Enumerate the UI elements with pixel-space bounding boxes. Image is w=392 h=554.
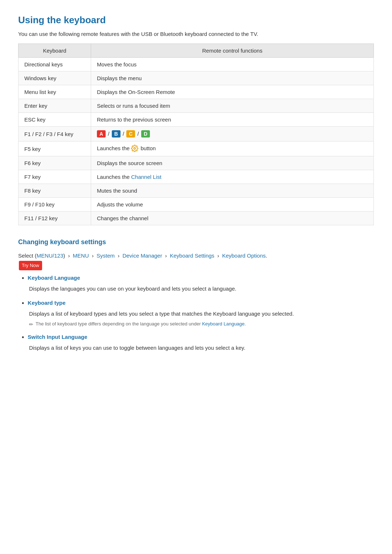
table-cell-key: F11 / F12 key [19,212,91,225]
settings-list-item: Switch Input LanguageDisplays a list of … [22,334,374,352]
breadcrumb-prefix: Select ( [18,253,37,259]
table-row: Enter keySelects or runs a focused item [19,99,374,113]
setting-desc: Displays a list of keyboard types and le… [29,309,374,318]
note-pencil-icon: ✏ [29,321,33,327]
table-cell-function: Launches the button [91,141,374,156]
table-row: F9 / F10 keyAdjusts the volume [19,198,374,212]
table-row: Directional keysMoves the focus [19,58,374,71]
table-cell-key: F8 key [19,184,91,198]
table-cell-function: Selects or runs a focused item [91,99,374,113]
breadcrumb-device-manager: Device Manager [122,253,162,259]
table-cell-function: Displays the menu [91,71,374,85]
settings-list: Keyboard LanguageDisplays the languages … [18,275,374,352]
setting-note: ✏ The list of keyboard type differs depe… [29,321,374,327]
table-row: F11 / F12 keyChanges the channel [19,212,374,225]
table-cell-function: Moves the focus [91,58,374,71]
btn-a: A [97,130,106,138]
note-text: The list of keyboard type differs depend… [36,321,246,327]
breadcrumb-system: System [97,253,115,259]
setting-desc: Displays the languages you can use on yo… [29,284,374,293]
breadcrumb-keyboard-options: Keyboard Options [222,253,266,259]
section2-title: Changing keyboard settings [18,238,374,246]
setting-desc: Displays a list of keys you can use to t… [29,344,374,352]
setting-title: Keyboard Language [28,275,80,281]
table-row: Menu list keyDisplays the On-Screen Remo… [19,85,374,99]
table-cell-key: Windows key [19,71,91,85]
keyboard-table: Keyboard Remote control functions Direct… [18,44,374,225]
svg-point-0 [134,148,136,149]
breadcrumb-menu123: MENU/123 [37,253,63,259]
table-cell-function: Returns to the previous screen [91,113,374,127]
table-cell-function: Mutes the sound [91,184,374,198]
table-col1-header: Keyboard [19,44,91,58]
table-row: ESC keyReturns to the previous screen [19,113,374,127]
table-row: F1 / F2 / F3 / F4 key A / B / C / D [19,127,374,141]
table-cell-function: Launches the Channel List [91,170,374,184]
table-cell-key: ESC key [19,113,91,127]
table-row: F6 keyDisplays the source screen [19,156,374,170]
table-cell-function: A / B / C / D [91,127,374,141]
breadcrumb-menu: MENU [73,253,89,259]
breadcrumb-period: . [266,253,267,259]
table-cell-function: Displays the source screen [91,156,374,170]
table-cell-function: Displays the On-Screen Remote [91,85,374,99]
table-cell-key: Menu list key [19,85,91,99]
table-cell-key: F1 / F2 / F3 / F4 key [19,127,91,141]
table-row: F5 keyLaunches the button [19,141,374,156]
table-cell-function: Changes the channel [91,212,374,225]
settings-list-item: Keyboard LanguageDisplays the languages … [22,275,374,293]
breadcrumb: Select (MENU/123) › MENU › System › Devi… [18,251,374,270]
page-title: Using the keyboard [18,15,374,26]
table-row: F7 keyLaunches the Channel List [19,170,374,184]
table-cell-key: F5 key [19,141,91,156]
table-cell-key: F6 key [19,156,91,170]
gear-icon [131,145,138,152]
table-col2-header: Remote control functions [91,44,374,58]
table-cell-key: F7 key [19,170,91,184]
settings-list-item: Keyboard typeDisplays a list of keyboard… [22,300,374,327]
setting-title: Keyboard type [28,300,65,306]
table-cell-function: Adjusts the volume [91,198,374,212]
btn-b: B [112,130,121,138]
note-link: Keyboard Language [202,321,245,327]
table-cell-key: F9 / F10 key [19,198,91,212]
table-row: Windows keyDisplays the menu [19,71,374,85]
btn-d: D [141,130,150,138]
table-cell-key: Enter key [19,99,91,113]
btn-c: C [126,130,135,138]
setting-title: Switch Input Language [28,334,87,340]
channel-list-link[interactable]: Channel List [131,174,161,180]
table-row: F8 keyMutes the sound [19,184,374,198]
intro-text: You can use the following remote feature… [18,31,374,37]
breadcrumb-keyboard-settings: Keyboard Settings [170,253,215,259]
breadcrumb-paren: ) [63,253,66,259]
try-now-badge[interactable]: Try Now [19,261,42,270]
table-cell-key: Directional keys [19,58,91,71]
